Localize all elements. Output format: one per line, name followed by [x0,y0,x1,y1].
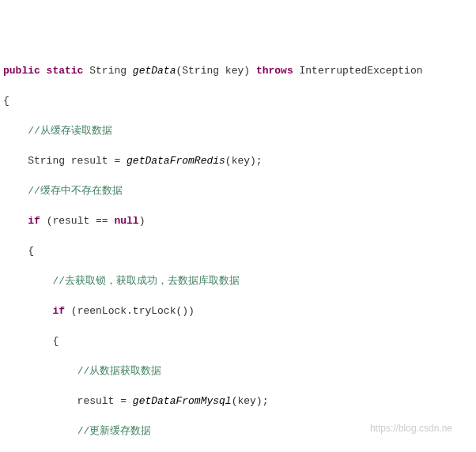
method-call: getDataFromRedis [127,155,225,167]
comment: //从缓存读取数据 [28,125,112,137]
code-text: (result == [40,215,115,227]
code-text: String result = [3,155,127,167]
indent [3,305,52,317]
code-line: { [3,243,473,258]
code-line: result = getDataFromMysql(key); [3,394,473,409]
indent [3,275,52,287]
code-line: String result = getDataFromRedis(key); [3,153,473,168]
indent [3,365,77,377]
code-line: //去获取锁，获取成功，去数据库取数据 [3,273,473,288]
indent [3,125,28,137]
indent [3,425,77,437]
keyword: throws [256,65,293,77]
code-line: { [3,333,473,348]
code-line: //从数据获取数据 [3,363,473,379]
method-call: getDataFromMysql [133,395,232,407]
keyword: public static [3,65,83,77]
code-text: InterruptedException [293,65,423,77]
comment: //缓存中不存在数据 [28,185,123,197]
code-text: (String key) [176,65,255,77]
code-line: //从缓存读取数据 [3,123,473,138]
code-text: result = [3,395,133,407]
code-text: (reenLock.tryLock()) [65,305,195,317]
keyword: if [28,215,40,227]
code-text: (key); [232,395,269,407]
code-text: String [83,65,132,77]
code-text: (key); [225,155,263,167]
code-line: if (reenLock.tryLock()) [3,303,473,318]
code-line: { [3,93,473,108]
keyword: null [114,215,138,227]
code-line: //缓存中不存在数据 [3,183,473,198]
keyword: if [52,305,65,317]
indent [3,185,28,197]
code-text: ) [139,215,145,227]
code-line: if (result == null) [3,213,473,228]
comment: //去获取锁，获取成功，去数据库取数据 [52,275,240,287]
comment: //更新缓存数据 [77,425,152,437]
comment: //从数据获取数据 [77,365,162,377]
indent [3,215,28,227]
code-line: //更新缓存数据 [3,424,473,439]
code-line: public static String getData(String key)… [3,63,473,78]
method-name: getData [133,65,176,77]
